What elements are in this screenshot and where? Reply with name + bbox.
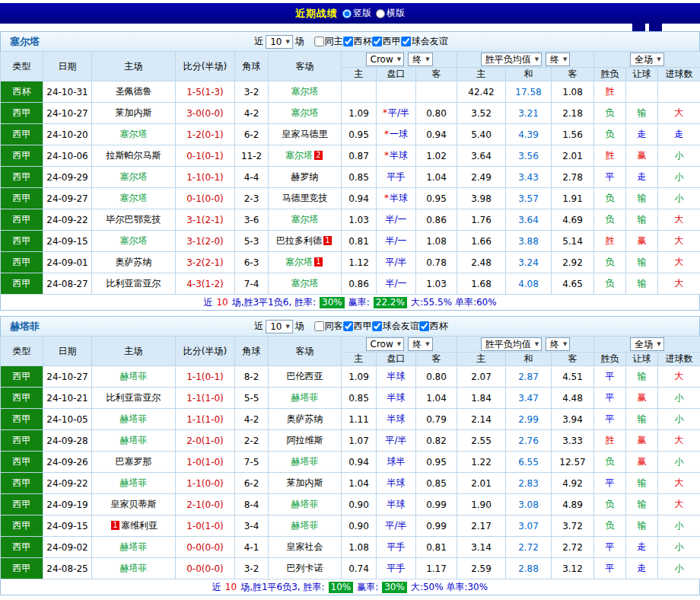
subcol-avg-draw: 和 (506, 68, 552, 81)
same-venue-checkbox[interactable] (314, 37, 324, 46)
away-team-cell: 塞尔塔1 (269, 252, 342, 273)
team-name: 马德里竞技 (282, 193, 328, 203)
result-cell: 平 (594, 473, 626, 494)
goals-result-cell: 小 (658, 167, 700, 188)
competition-checkbox[interactable] (343, 37, 353, 46)
corner-score-cell: 5-5 (235, 388, 269, 409)
score-cell: 3-2(2-1) (176, 252, 235, 273)
away-team-cell: 赫塔菲 (269, 494, 342, 515)
avg-draw-cell: 3.24 (506, 252, 552, 273)
competition-checkbox[interactable] (343, 321, 353, 331)
home-team-cell: 赫塔菲 (92, 537, 176, 558)
team-name: 巴塞罗那 (116, 456, 152, 467)
handicap-cell: *半球 (377, 145, 416, 167)
handicap-text: 平手 (387, 563, 406, 573)
footer-near-label: 近 (203, 296, 212, 309)
avg-time-select[interactable]: 终▼ (546, 337, 570, 351)
competition-option[interactable]: 西杯 (419, 320, 448, 333)
same-venue-option[interactable]: 同主 (314, 35, 343, 48)
layout-horizontal-radio[interactable] (376, 9, 385, 18)
avg-home-cell: 2.59 (457, 558, 506, 579)
score-cell: 0-1(0-0) (176, 188, 235, 209)
layout-horizontal-option[interactable]: 横版 (371, 7, 405, 20)
layout-vertical-radio[interactable] (342, 9, 352, 18)
top-right-box-2[interactable] (649, 23, 662, 31)
home-odds-cell: 0.87 (342, 145, 377, 167)
match-date-cell: 24-09-26 (43, 452, 92, 473)
home-team-cell: 莱加内斯 (92, 103, 176, 124)
period-select[interactable]: 全场▼ (630, 337, 663, 351)
handicap-text: 半/一 (385, 214, 406, 225)
away-odds-cell: 1.04 (416, 388, 457, 409)
avg-draw-cell: 2.83 (506, 473, 552, 494)
competition-option[interactable]: 西甲 (343, 320, 372, 333)
away-team-cell: 巴伦西亚 (269, 366, 342, 388)
competition-option[interactable]: 球会友谊 (372, 320, 419, 333)
avg-away-cell: 2.78 (552, 167, 594, 188)
score-cell: 0-1(0-1) (176, 145, 235, 167)
handicap-cell: *平/半 (377, 103, 416, 124)
competition-checkbox[interactable] (372, 321, 382, 331)
footer-match-count: 10 (216, 297, 228, 308)
home-team-cell: 巴塞罗那 (92, 452, 176, 473)
top-right-box-1[interactable] (632, 23, 645, 31)
away-odds-cell: 0.94 (416, 124, 457, 145)
col-header-date: 日期 (43, 337, 92, 366)
layout-vertical-option[interactable]: 竖版 (338, 7, 371, 20)
competition-option[interactable]: 西杯 (343, 35, 372, 48)
away-team-cell: 莱加内斯 (269, 473, 342, 494)
match-count-select[interactable]: 10▼ (266, 320, 293, 334)
goals-result-cell: 大 (658, 231, 700, 252)
score-cell: 3-0(0-0) (176, 103, 235, 124)
filter-bar: 近10▼场同客西甲球会友谊西杯 (252, 320, 448, 334)
avg-draw-cell: 3.57 (506, 188, 552, 209)
result-cell: 胜 (594, 145, 626, 167)
period-select[interactable]: 全场▼ (630, 53, 663, 66)
competition-checkbox[interactable] (372, 37, 382, 46)
score-cell: 3-1(2-1) (176, 209, 235, 231)
score-cell: 1-2(0-1) (176, 124, 235, 145)
avg-time-value: 终 (550, 53, 559, 66)
home-odds-cell: 0.85 (342, 388, 377, 409)
avg-away-cell: 2.92 (552, 252, 594, 273)
odds-group-header: Crow▼ 终▼ (342, 52, 457, 68)
match-type-cell: 西甲 (1, 273, 43, 295)
avg-select[interactable]: 胜平负均值▼ (481, 337, 542, 351)
odds-time-value: 终 (412, 53, 422, 66)
competition-option[interactable]: 球会友谊 (401, 35, 448, 48)
odds-company-value: Crow (371, 54, 393, 65)
team-name: 赫塔菲 (120, 541, 148, 552)
team-name: 赫塔菲 (120, 563, 148, 573)
odds-time-select[interactable]: 终▼ (408, 337, 432, 351)
home-odds-cell: 0.74 (342, 558, 377, 579)
competition-checkbox[interactable] (401, 37, 411, 46)
goals-result-cell: 小 (658, 409, 700, 430)
table-row: 西甲24-10-06拉斯帕尔马斯0-1(0-1)11-2塞尔塔20.87*半球1… (1, 145, 700, 167)
match-date-cell: 24-09-01 (43, 252, 92, 273)
layout-horizontal-label: 横版 (387, 7, 405, 20)
handicap-result-cell: 走 (626, 537, 658, 558)
handicap-text: 半/一 (385, 235, 406, 246)
avg-time-select[interactable]: 终▼ (546, 53, 570, 66)
handicap-result-cell: 输 (626, 515, 658, 537)
same-venue-option[interactable]: 同客 (314, 320, 343, 333)
avg-draw-cell: 4.08 (506, 273, 552, 295)
same-venue-checkbox[interactable] (314, 321, 324, 331)
match-count-select[interactable]: 10▼ (266, 35, 293, 49)
odds-company-select[interactable]: Crow▼ (366, 337, 405, 351)
away-team-cell: 皇家马德里 (269, 124, 342, 145)
match-type-cell: 西甲 (1, 231, 43, 252)
profit-rate-badge: 30% (382, 582, 407, 593)
competition-checkbox[interactable] (419, 321, 429, 331)
avg-draw-cell: 3.56 (506, 145, 552, 167)
competition-option[interactable]: 西甲 (372, 35, 401, 48)
avg-home-cell: 3.52 (457, 103, 506, 124)
odds-company-select[interactable]: Crow▼ (366, 53, 405, 66)
corner-score-cell: 3-2 (235, 558, 269, 579)
home-odds-cell: 1.04 (342, 473, 377, 494)
team-name: 奥萨苏纳 (287, 413, 323, 424)
handicap-cell: 半球 (377, 473, 416, 494)
odds-time-select[interactable]: 终▼ (408, 53, 432, 66)
avg-draw-cell: 3.08 (506, 494, 552, 515)
avg-select[interactable]: 胜平负均值▼ (481, 53, 542, 66)
